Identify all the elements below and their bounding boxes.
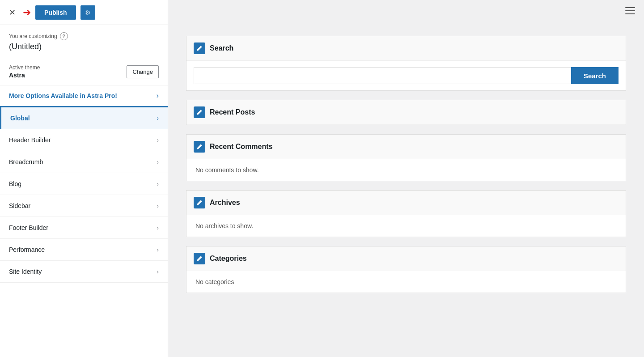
recent-comments-widget-body: No comments to show.: [186, 159, 626, 181]
recent-comments-edit-button[interactable]: [194, 141, 205, 153]
menu-item-label: Performance: [9, 246, 45, 253]
search-submit-button[interactable]: Search: [571, 67, 619, 84]
menu-item-label: Footer Builder: [9, 224, 48, 231]
search-widget: Search Search: [186, 36, 626, 91]
search-widget-body: Search: [186, 61, 626, 90]
recent-posts-widget-header: Recent Posts: [186, 100, 626, 125]
top-bar: ✕ ➜ Publish ⚙: [0, 0, 168, 25]
close-button[interactable]: ✕: [5, 7, 19, 18]
astra-pro-chevron-icon: ›: [157, 92, 159, 100]
menu-item-footer-builder[interactable]: Footer Builder ›: [0, 217, 168, 239]
pencil-icon: [196, 255, 203, 262]
no-comments-text: No comments to show.: [195, 166, 617, 174]
menu-list: Global › Header Builder › Breadcrumb › B…: [0, 107, 168, 357]
pencil-icon: [196, 109, 203, 115]
publish-button[interactable]: Publish: [35, 5, 76, 20]
no-archives-text: No archives to show.: [195, 222, 617, 230]
change-theme-button[interactable]: Change: [127, 65, 159, 78]
menu-item-label: Breadcrumb: [9, 158, 43, 166]
pencil-icon: [196, 200, 203, 206]
active-theme-section: Active theme Astra Change: [0, 58, 168, 85]
menu-item-label: Site Identity: [9, 268, 42, 275]
menu-item-site-identity[interactable]: Site Identity ›: [0, 261, 168, 283]
archives-widget: Archives No archives to show.: [186, 190, 626, 237]
right-topbar: [616, 0, 644, 21]
categories-edit-button[interactable]: [194, 253, 205, 264]
menu-item-label: Header Builder: [9, 136, 51, 144]
arrow-indicator: ➜: [23, 7, 31, 18]
recent-posts-edit-button[interactable]: [194, 106, 205, 118]
menu-chevron-icon: ›: [157, 246, 159, 253]
customizing-title: (Untitled): [9, 42, 159, 51]
help-icon[interactable]: ?: [60, 32, 68, 40]
categories-widget: Categories No categories: [186, 246, 626, 293]
astra-pro-banner[interactable]: More Options Available in Astra Pro! ›: [0, 85, 168, 107]
astra-pro-text: More Options Available in Astra Pro!: [9, 92, 117, 99]
archives-widget-body: No archives to show.: [186, 215, 626, 237]
pencil-icon: [196, 144, 203, 150]
menu-item-label: Sidebar: [9, 202, 30, 209]
no-categories-text: No categories: [195, 278, 617, 285]
menu-chevron-icon: ›: [157, 268, 159, 275]
categories-widget-title: Categories: [210, 255, 247, 263]
archives-widget-title: Archives: [210, 199, 240, 207]
search-widget-title: Search: [210, 44, 233, 52]
search-edit-button[interactable]: [194, 42, 205, 54]
recent-posts-widget-title: Recent Posts: [210, 108, 255, 116]
categories-widget-body: No categories: [186, 271, 626, 293]
customizing-label: You are customizing ?: [9, 32, 159, 40]
menu-chevron-icon: ›: [157, 180, 159, 187]
customizing-info: You are customizing ? (Untitled): [0, 25, 168, 58]
menu-item-blog[interactable]: Blog ›: [0, 173, 168, 195]
right-panel: Search Search Recent Posts: [168, 0, 644, 357]
menu-item-global[interactable]: Global ›: [0, 107, 168, 129]
gear-button[interactable]: ⚙: [80, 5, 95, 20]
recent-comments-widget-header: Recent Comments: [186, 135, 626, 159]
menu-chevron-icon: ›: [157, 158, 159, 166]
content-area: Search Search Recent Posts: [168, 0, 644, 320]
archives-edit-button[interactable]: [194, 197, 205, 208]
pencil-icon: [196, 45, 203, 51]
menu-item-performance[interactable]: Performance ›: [0, 239, 168, 261]
recent-posts-widget: Recent Posts: [186, 100, 626, 125]
theme-name: Astra: [9, 72, 40, 79]
search-input[interactable]: [194, 67, 571, 84]
hamburger-menu[interactable]: [625, 7, 635, 14]
archives-widget-header: Archives: [186, 191, 626, 215]
hamburger-line-3: [625, 13, 635, 14]
menu-item-label: Blog: [9, 180, 21, 187]
menu-item-header-builder[interactable]: Header Builder ›: [0, 129, 168, 151]
theme-label: Active theme: [9, 64, 40, 71]
customizing-label-text: You are customizing: [9, 33, 57, 39]
theme-info: Active theme Astra: [9, 64, 40, 79]
categories-widget-header: Categories: [186, 246, 626, 271]
gear-icon: ⚙: [85, 9, 91, 16]
menu-item-breadcrumb[interactable]: Breadcrumb ›: [0, 151, 168, 173]
menu-chevron-icon: ›: [157, 136, 159, 144]
left-panel: ✕ ➜ Publish ⚙ You are customizing ? (Unt…: [0, 0, 168, 357]
hamburger-line-2: [625, 10, 635, 11]
menu-chevron-icon: ›: [157, 224, 159, 231]
recent-comments-widget-title: Recent Comments: [210, 143, 272, 151]
menu-chevron-icon: ›: [157, 202, 159, 209]
hamburger-line-1: [625, 7, 635, 8]
menu-item-sidebar[interactable]: Sidebar ›: [0, 195, 168, 217]
menu-chevron-icon: ›: [157, 115, 159, 122]
search-widget-header: Search: [186, 36, 626, 61]
menu-item-label: Global: [10, 115, 30, 122]
recent-comments-widget: Recent Comments No comments to show.: [186, 134, 626, 181]
close-icon: ✕: [9, 8, 16, 17]
